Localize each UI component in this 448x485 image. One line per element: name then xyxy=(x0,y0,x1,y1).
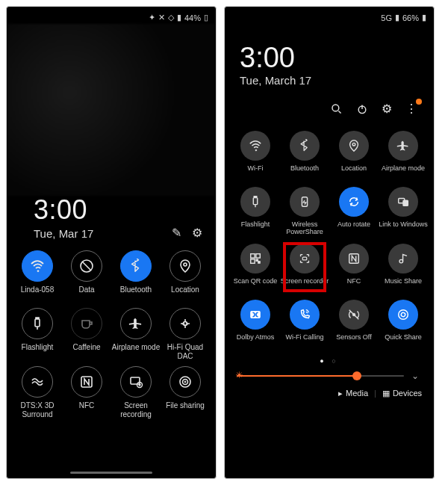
tile-label: Location xyxy=(341,164,367,179)
tile-music-share[interactable]: Music Share xyxy=(379,244,428,292)
tile-label: Wi-Fi xyxy=(248,164,264,179)
music-share-icon[interactable] xyxy=(388,244,418,274)
battery-icon: ▮ xyxy=(422,13,426,22)
tile-label: Airplane mode xyxy=(382,164,425,179)
data-icon[interactable] xyxy=(71,250,102,282)
location-icon[interactable] xyxy=(169,250,201,282)
dts-icon[interactable] xyxy=(22,366,53,398)
sensors-off-icon[interactable] xyxy=(339,300,369,330)
tile-caffeine[interactable]: Caffeine xyxy=(62,308,111,360)
tile-label: Scan QR code xyxy=(234,277,278,292)
bluetooth-icon[interactable] xyxy=(290,131,320,161)
tile-wi-fi-calling[interactable]: Wi-Fi Calling xyxy=(280,300,329,348)
signal-icon: ▮ xyxy=(177,13,181,22)
tile-bluetooth[interactable]: Bluetooth xyxy=(111,250,161,302)
status-bar: ✦ ✕ ◇ ▮ 44% ▯ xyxy=(7,7,216,24)
tile-quick-share[interactable]: Quick Share xyxy=(379,300,428,348)
page-indicator: ● ○ xyxy=(225,356,434,368)
tile-airplane-mode[interactable]: Airplane mode xyxy=(111,308,161,360)
tile-airplane-mode[interactable]: Airplane mode xyxy=(379,131,428,179)
flashlight-icon[interactable] xyxy=(22,308,53,339)
expand-brightness-icon[interactable]: ⌄ xyxy=(408,371,422,381)
devices-button[interactable]: ▦Devices xyxy=(382,389,422,398)
phone-right: 5G ▮ 66% ▮ 3:00 Tue, March 17 ⚙ ⋮ Wi-FiB… xyxy=(224,6,435,479)
clock-time: 3:00 xyxy=(240,42,419,74)
tile-data[interactable]: Data xyxy=(62,250,111,302)
tile-label: Caffeine xyxy=(72,343,100,359)
vibrate-icon: ✦ xyxy=(149,13,155,22)
edit-icon[interactable]: ✎ xyxy=(172,226,181,240)
tile-label: Location xyxy=(171,285,199,302)
tile-flashlight[interactable]: Flashlight xyxy=(13,308,62,360)
flashlight-icon[interactable] xyxy=(240,187,270,217)
tile-label: Screen recording xyxy=(111,401,161,418)
more-icon[interactable]: ⋮ xyxy=(405,102,417,116)
dolby-icon[interactable] xyxy=(240,300,270,330)
wifi-calling-icon[interactable] xyxy=(290,300,320,330)
link-windows-icon[interactable] xyxy=(388,187,418,217)
media-button[interactable]: ▸Media xyxy=(338,389,368,398)
mute-icon: ✕ xyxy=(158,13,165,22)
nfc-icon[interactable] xyxy=(71,366,102,398)
powershare-icon[interactable] xyxy=(290,187,320,217)
location-icon[interactable] xyxy=(339,131,369,161)
tile-scan-qr-code[interactable]: Scan QR code xyxy=(231,244,280,292)
tile-wireless-powershare[interactable]: Wireless PowerShare xyxy=(280,187,329,236)
search-icon[interactable] xyxy=(331,103,343,115)
brightness-slider[interactable]: ☀ xyxy=(237,371,404,381)
tile-label: Sensors Off xyxy=(336,333,371,348)
signal-icon: ▮ xyxy=(395,13,399,22)
wifi-icon[interactable] xyxy=(22,250,53,282)
tile-label: Linda-058 xyxy=(21,285,54,302)
tile-label: File sharing xyxy=(166,401,205,418)
tile-label: Data xyxy=(78,285,94,302)
tile-wi-fi[interactable]: Wi-Fi xyxy=(231,131,280,179)
notification-badge xyxy=(416,99,422,105)
tile-label: DTS:X 3D Surround xyxy=(13,401,62,418)
bluetooth-icon[interactable] xyxy=(120,250,152,282)
navigation-bar[interactable] xyxy=(70,472,152,474)
clock-time: 3:00 xyxy=(34,194,93,226)
quick-share-icon[interactable] xyxy=(388,300,418,330)
file-sharing-icon[interactable] xyxy=(169,366,201,398)
tile-hi-fi-quad-dac[interactable]: Hi-Fi Quad DAC xyxy=(161,308,210,360)
tile-dolby-atmos[interactable]: Dolby Atmos xyxy=(231,300,280,348)
tile-label: Dolby Atmos xyxy=(237,333,275,348)
tile-sensors-off[interactable]: Sensors Off xyxy=(329,300,379,348)
battery-icon: ▯ xyxy=(204,13,208,22)
power-icon[interactable] xyxy=(356,103,368,115)
tile-label: Music Share xyxy=(385,277,422,292)
qr-icon[interactable] xyxy=(240,244,270,274)
tile-file-sharing[interactable]: File sharing xyxy=(161,366,210,418)
status-bar: 5G ▮ 66% ▮ xyxy=(225,7,434,24)
airplane-icon[interactable] xyxy=(120,308,152,339)
tile-label: Auto rotate xyxy=(337,220,370,235)
tile-auto-rotate[interactable]: Auto rotate xyxy=(329,187,379,236)
airplane-icon[interactable] xyxy=(388,131,418,161)
tile-location[interactable]: Location xyxy=(329,131,379,179)
autorotate-icon[interactable] xyxy=(339,187,369,217)
nfc-icon[interactable] xyxy=(339,244,369,274)
tile-dts-x-3d-surround[interactable]: DTS:X 3D Surround xyxy=(13,366,62,418)
battery-percent: 66% xyxy=(402,13,419,22)
caffeine-icon[interactable] xyxy=(71,308,102,339)
tile-nfc[interactable]: NFC xyxy=(62,366,111,418)
tile-flashlight[interactable]: Flashlight xyxy=(231,187,280,236)
tile-location[interactable]: Location xyxy=(161,250,210,302)
settings-icon[interactable]: ⚙ xyxy=(192,226,202,240)
tile-label: Flashlight xyxy=(22,343,54,359)
screen-recording-icon[interactable] xyxy=(120,366,152,398)
tile-screen-recording[interactable]: Screen recording xyxy=(111,366,161,418)
highlight-screen-recorder xyxy=(283,242,326,292)
tile-label: Flashlight xyxy=(241,220,270,235)
hifi-icon[interactable] xyxy=(169,308,201,339)
wifi-icon[interactable] xyxy=(240,131,270,161)
tile-nfc[interactable]: NFC xyxy=(329,244,379,292)
tile-linda-058[interactable]: Linda-058 xyxy=(13,250,62,302)
quick-settings-grid: Linda-058DataBluetoothLocationFlashlight… xyxy=(7,240,216,423)
settings-icon[interactable]: ⚙ xyxy=(382,102,392,116)
tile-link-to-windows[interactable]: Link to Windows xyxy=(379,187,428,236)
bottom-actions: ▸Media | ▦Devices xyxy=(225,384,434,398)
tile-bluetooth[interactable]: Bluetooth xyxy=(280,131,329,179)
tile-label: Link to Windows xyxy=(379,220,428,235)
